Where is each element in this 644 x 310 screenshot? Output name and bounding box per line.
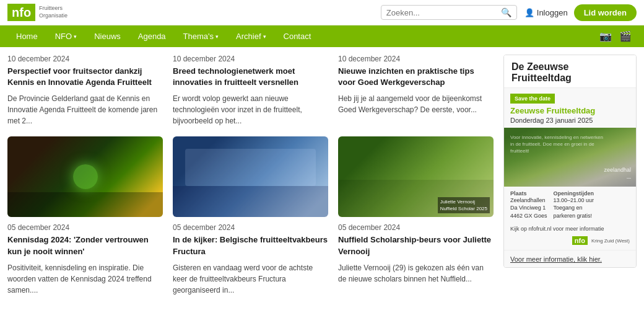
search-icon[interactable]: 🔍 xyxy=(501,7,511,17)
ad-logo-row: nfo Kring Zuid (West) xyxy=(504,235,636,250)
article-title[interactable]: Nuffield Scholarship-beurs voor Juliette… xyxy=(338,234,494,257)
nav-icons: 📷 🎬 xyxy=(594,30,637,42)
article-excerpt: De Provincie Gelderland gaat de Kennis e… xyxy=(7,93,163,126)
article-date: 05 december 2024 xyxy=(338,223,494,232)
article-excerpt: Er wordt volop gewerkt aan nieuwe techno… xyxy=(173,93,328,126)
ad-details: Plaats ZeelandhallenDa Vinciweg 14462 GX… xyxy=(504,187,636,224)
article-date: 10 december 2024 xyxy=(338,55,494,63)
article-excerpt: Gisteren en vandaag werd voor de achtste… xyxy=(173,262,328,296)
article-image[interactable]: Juliette VernooijNuffield Scholar 2025 xyxy=(338,136,494,217)
article-title[interactable]: Breed technologienetwerk moet innovaties… xyxy=(173,66,328,88)
article-date: 05 december 2024 xyxy=(7,223,163,232)
logo[interactable]: nfo FruitteersOrganisatie xyxy=(7,4,67,21)
save-date-badge: Save the date xyxy=(510,94,555,104)
sidebar-ad: Save the date Zeeuwse Fruitteeltdag Dond… xyxy=(504,88,636,267)
register-button[interactable]: Lid worden xyxy=(574,4,637,21)
articles-bottom-row: 05 december 2024 Kennisdag 2024: 'Zonder… xyxy=(7,136,494,295)
article-image[interactable] xyxy=(173,136,328,217)
header: nfo FruitteersOrganisatie 🔍 👤 Inloggen L… xyxy=(0,0,644,25)
sidebar-card: De Zeeuwse Fruitteeltdag Save the date Z… xyxy=(503,55,637,268)
logo-icon: nfo xyxy=(7,4,35,21)
article: 10 december 2024 Perspectief voor fruits… xyxy=(7,55,163,126)
ad-image[interactable]: zeelandhal— Voor innovatie, kennisdeling… xyxy=(504,128,636,187)
chevron-down-icon: ▾ xyxy=(215,33,219,40)
article-title[interactable]: In de kijker: Belgische fruitteeltvakbeu… xyxy=(173,234,328,257)
article-title[interactable]: Perspectief voor fruitsector dankzij Ken… xyxy=(7,66,163,88)
event-date: Donderdag 23 januari 2025 xyxy=(510,117,630,124)
nav-item-contact[interactable]: Contact xyxy=(275,25,320,47)
chevron-down-icon: ▾ xyxy=(263,33,266,40)
ad-place: Plaats ZeelandhallenDa Vinciweg 14462 GX… xyxy=(510,190,547,220)
camera-icon[interactable]: 📷 xyxy=(599,30,612,42)
article: 05 december 2024 In de kijker: Belgische… xyxy=(173,136,328,295)
nav-item-nfo[interactable]: NFO ▾ xyxy=(46,25,85,47)
article-date: 05 december 2024 xyxy=(173,223,328,232)
nav-item-archief[interactable]: Archief ▾ xyxy=(227,25,274,47)
event-name: Zeeuwse Fruitteeltdag xyxy=(510,106,630,117)
article-title[interactable]: Kennisdag 2024: 'Zonder vertrouwen kun j… xyxy=(7,234,163,257)
article: 05 december 2024 Kennisdag 2024: 'Zonder… xyxy=(7,136,163,295)
article-excerpt: Positiviteit, kennisdeling en inspiratie… xyxy=(7,262,163,296)
kring-label: Kring Zuid (West) xyxy=(591,238,630,244)
chevron-down-icon: ▾ xyxy=(74,33,77,40)
article: 10 december 2024 Nieuwe inzichten en pra… xyxy=(338,55,494,126)
ad-hours: Openingstijden 13.00–21.00 uurToegang en… xyxy=(554,190,594,220)
sidebar-title: De Zeeuwse Fruitteeltdag xyxy=(504,55,636,88)
logo-subtitle: FruitteersOrganisatie xyxy=(39,5,67,19)
person-icon: 👤 xyxy=(524,8,534,17)
article-date: 10 december 2024 xyxy=(173,55,328,63)
header-actions: 👤 Inloggen Lid worden xyxy=(524,4,637,21)
nfo-small-logo: nfo xyxy=(572,236,588,245)
ad-footer: Voor meer informatie, klik hier. xyxy=(504,250,636,267)
nav-item-nieuws[interactable]: Nieuws xyxy=(85,25,129,47)
nav-item-home[interactable]: Home xyxy=(7,25,46,47)
article-image[interactable] xyxy=(7,136,163,217)
search-input[interactable] xyxy=(386,8,501,17)
navigation: Home NFO ▾ Nieuws Agenda Thema's ▾ Archi… xyxy=(0,25,644,47)
article-date: 10 december 2024 xyxy=(7,55,163,63)
search-bar: 🔍 xyxy=(381,5,517,20)
article-excerpt: Juliette Vernooij (29) is gekozen als éé… xyxy=(338,262,494,285)
article: Juliette VernooijNuffield Scholar 2025 0… xyxy=(338,136,494,295)
nav-item-agenda[interactable]: Agenda xyxy=(129,25,175,47)
articles-section: 10 december 2024 Perspectief voor fruits… xyxy=(7,55,494,296)
nav-item-themas[interactable]: Thema's ▾ xyxy=(175,25,227,47)
ad-more-link[interactable]: Voor meer informatie, klik hier. xyxy=(510,255,602,263)
article-excerpt: Heb jij je al aangemeld voor de bijeenko… xyxy=(338,93,494,115)
article: 10 december 2024 Breed technologienetwer… xyxy=(173,55,328,126)
video-icon[interactable]: 🎬 xyxy=(619,30,632,42)
login-button[interactable]: 👤 Inloggen xyxy=(524,8,568,17)
articles-top-row: 10 december 2024 Perspectief voor fruits… xyxy=(7,55,494,126)
ad-more-info: Kijk op nfofruit.nl voor meer informatie xyxy=(504,224,636,236)
article-title[interactable]: Nieuwe inzichten en praktische tips voor… xyxy=(338,66,494,88)
sidebar: De Zeeuwse Fruitteeltdag Save the date Z… xyxy=(503,55,637,296)
main-content: 10 december 2024 Perspectief voor fruits… xyxy=(0,47,644,303)
